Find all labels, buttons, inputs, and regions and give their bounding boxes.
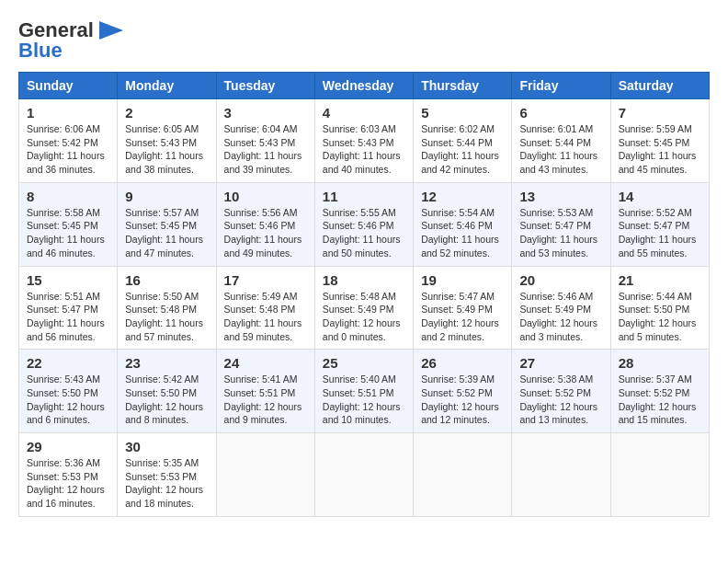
calendar-cell: 19Sunrise: 5:47 AM Sunset: 5:49 PM Dayli… bbox=[414, 266, 512, 350]
calendar-cell: 17Sunrise: 5:49 AM Sunset: 5:48 PM Dayli… bbox=[216, 266, 314, 350]
calendar-cell: 14Sunrise: 5:52 AM Sunset: 5:47 PM Dayli… bbox=[610, 182, 709, 266]
day-number: 24 bbox=[224, 355, 307, 371]
day-info: Sunrise: 5:52 AM Sunset: 5:47 PM Dayligh… bbox=[619, 206, 701, 260]
weekday-header-tuesday: Tuesday bbox=[216, 73, 314, 99]
day-number: 12 bbox=[421, 189, 504, 204]
day-info: Sunrise: 5:48 AM Sunset: 5:49 PM Dayligh… bbox=[323, 290, 405, 344]
day-number: 11 bbox=[323, 189, 405, 204]
day-info: Sunrise: 6:04 AM Sunset: 5:43 PM Dayligh… bbox=[224, 122, 307, 177]
calendar-cell bbox=[314, 433, 413, 517]
day-number: 30 bbox=[125, 439, 208, 454]
day-number: 7 bbox=[619, 105, 701, 121]
calendar-cell: 8Sunrise: 5:58 AM Sunset: 5:45 PM Daylig… bbox=[19, 182, 118, 266]
day-number: 16 bbox=[125, 272, 208, 288]
day-info: Sunrise: 5:41 AM Sunset: 5:51 PM Dayligh… bbox=[224, 373, 307, 427]
day-info: Sunrise: 5:44 AM Sunset: 5:50 PM Dayligh… bbox=[619, 290, 701, 344]
day-number: 26 bbox=[421, 355, 504, 371]
day-info: Sunrise: 5:46 AM Sunset: 5:49 PM Dayligh… bbox=[519, 290, 602, 344]
calendar-cell: 3Sunrise: 6:04 AM Sunset: 5:43 PM Daylig… bbox=[216, 99, 314, 183]
logo-flag-icon bbox=[97, 21, 123, 40]
day-number: 18 bbox=[323, 272, 405, 288]
day-number: 28 bbox=[619, 355, 701, 371]
day-info: Sunrise: 5:56 AM Sunset: 5:46 PM Dayligh… bbox=[224, 206, 307, 260]
day-info: Sunrise: 5:47 AM Sunset: 5:49 PM Dayligh… bbox=[421, 290, 504, 344]
calendar-cell bbox=[216, 433, 314, 517]
day-number: 19 bbox=[421, 272, 504, 288]
day-info: Sunrise: 5:49 AM Sunset: 5:48 PM Dayligh… bbox=[224, 290, 307, 344]
day-number: 17 bbox=[224, 272, 307, 288]
day-info: Sunrise: 5:51 AM Sunset: 5:47 PM Dayligh… bbox=[27, 290, 109, 344]
day-number: 23 bbox=[125, 355, 208, 371]
day-number: 10 bbox=[224, 189, 307, 204]
calendar-cell: 15Sunrise: 5:51 AM Sunset: 5:47 PM Dayli… bbox=[19, 266, 118, 350]
calendar-cell: 5Sunrise: 6:02 AM Sunset: 5:44 PM Daylig… bbox=[414, 99, 512, 183]
calendar-cell: 13Sunrise: 5:53 AM Sunset: 5:47 PM Dayli… bbox=[512, 182, 610, 266]
calendar-cell: 28Sunrise: 5:37 AM Sunset: 5:52 PM Dayli… bbox=[610, 350, 709, 433]
day-number: 29 bbox=[27, 439, 109, 454]
weekday-header-saturday: Saturday bbox=[610, 73, 709, 99]
calendar-cell bbox=[512, 433, 610, 517]
day-info: Sunrise: 5:35 AM Sunset: 5:53 PM Dayligh… bbox=[125, 456, 208, 511]
day-info: Sunrise: 6:02 AM Sunset: 5:44 PM Dayligh… bbox=[421, 122, 504, 177]
logo: General Blue bbox=[18, 18, 123, 63]
calendar-header-row: SundayMondayTuesdayWednesdayThursdayFrid… bbox=[19, 73, 710, 99]
svg-marker-0 bbox=[99, 21, 123, 40]
weekday-header-wednesday: Wednesday bbox=[314, 73, 413, 99]
calendar-cell: 7Sunrise: 5:59 AM Sunset: 5:45 PM Daylig… bbox=[610, 99, 709, 183]
calendar-cell: 9Sunrise: 5:57 AM Sunset: 5:45 PM Daylig… bbox=[118, 182, 216, 266]
day-info: Sunrise: 6:05 AM Sunset: 5:43 PM Dayligh… bbox=[125, 122, 208, 177]
weekday-header-monday: Monday bbox=[118, 73, 216, 99]
weekday-header-sunday: Sunday bbox=[19, 73, 118, 99]
weekday-header-friday: Friday bbox=[512, 73, 610, 99]
calendar-cell: 18Sunrise: 5:48 AM Sunset: 5:49 PM Dayli… bbox=[314, 266, 413, 350]
calendar-week-row: 8Sunrise: 5:58 AM Sunset: 5:45 PM Daylig… bbox=[19, 182, 710, 266]
day-info: Sunrise: 5:54 AM Sunset: 5:46 PM Dayligh… bbox=[421, 206, 504, 260]
weekday-header-thursday: Thursday bbox=[414, 73, 512, 99]
page-header: General Blue bbox=[18, 18, 710, 63]
calendar-cell: 11Sunrise: 5:55 AM Sunset: 5:46 PM Dayli… bbox=[314, 182, 413, 266]
calendar-cell bbox=[414, 433, 512, 517]
calendar-cell: 24Sunrise: 5:41 AM Sunset: 5:51 PM Dayli… bbox=[216, 350, 314, 433]
day-info: Sunrise: 5:43 AM Sunset: 5:50 PM Dayligh… bbox=[27, 373, 109, 427]
day-number: 6 bbox=[519, 105, 602, 121]
calendar-cell: 25Sunrise: 5:40 AM Sunset: 5:51 PM Dayli… bbox=[314, 350, 413, 433]
day-number: 25 bbox=[323, 355, 405, 371]
day-info: Sunrise: 5:57 AM Sunset: 5:45 PM Dayligh… bbox=[125, 206, 208, 260]
day-number: 9 bbox=[125, 189, 208, 204]
day-info: Sunrise: 5:42 AM Sunset: 5:50 PM Dayligh… bbox=[125, 373, 208, 427]
calendar-cell: 16Sunrise: 5:50 AM Sunset: 5:48 PM Dayli… bbox=[118, 266, 216, 350]
calendar-cell: 10Sunrise: 5:56 AM Sunset: 5:46 PM Dayli… bbox=[216, 182, 314, 266]
calendar-cell: 30Sunrise: 5:35 AM Sunset: 5:53 PM Dayli… bbox=[118, 433, 216, 517]
calendar-table: SundayMondayTuesdayWednesdayThursdayFrid… bbox=[18, 72, 710, 517]
day-number: 8 bbox=[27, 189, 109, 204]
calendar-cell: 12Sunrise: 5:54 AM Sunset: 5:46 PM Dayli… bbox=[414, 182, 512, 266]
day-number: 20 bbox=[519, 272, 602, 288]
calendar-cell: 2Sunrise: 6:05 AM Sunset: 5:43 PM Daylig… bbox=[118, 99, 216, 183]
calendar-week-row: 29Sunrise: 5:36 AM Sunset: 5:53 PM Dayli… bbox=[19, 433, 710, 517]
day-info: Sunrise: 5:39 AM Sunset: 5:52 PM Dayligh… bbox=[421, 373, 504, 427]
calendar-cell: 23Sunrise: 5:42 AM Sunset: 5:50 PM Dayli… bbox=[118, 350, 216, 433]
calendar-week-row: 22Sunrise: 5:43 AM Sunset: 5:50 PM Dayli… bbox=[19, 350, 710, 433]
day-info: Sunrise: 5:55 AM Sunset: 5:46 PM Dayligh… bbox=[323, 206, 405, 260]
calendar-week-row: 15Sunrise: 5:51 AM Sunset: 5:47 PM Dayli… bbox=[19, 266, 710, 350]
day-number: 22 bbox=[27, 355, 109, 371]
day-info: Sunrise: 5:38 AM Sunset: 5:52 PM Dayligh… bbox=[519, 373, 602, 427]
calendar-cell bbox=[610, 433, 709, 517]
day-number: 15 bbox=[27, 272, 109, 288]
day-number: 1 bbox=[27, 105, 109, 121]
day-info: Sunrise: 5:50 AM Sunset: 5:48 PM Dayligh… bbox=[125, 290, 208, 344]
day-number: 13 bbox=[519, 189, 602, 204]
day-info: Sunrise: 6:06 AM Sunset: 5:42 PM Dayligh… bbox=[27, 122, 109, 177]
day-info: Sunrise: 6:01 AM Sunset: 5:44 PM Dayligh… bbox=[519, 122, 602, 177]
day-number: 14 bbox=[619, 189, 701, 204]
day-info: Sunrise: 5:59 AM Sunset: 5:45 PM Dayligh… bbox=[619, 122, 701, 177]
calendar-cell: 6Sunrise: 6:01 AM Sunset: 5:44 PM Daylig… bbox=[512, 99, 610, 183]
calendar-week-row: 1Sunrise: 6:06 AM Sunset: 5:42 PM Daylig… bbox=[19, 99, 710, 183]
day-number: 3 bbox=[224, 105, 307, 121]
day-number: 27 bbox=[519, 355, 602, 371]
day-info: Sunrise: 5:37 AM Sunset: 5:52 PM Dayligh… bbox=[619, 373, 701, 427]
calendar-cell: 29Sunrise: 5:36 AM Sunset: 5:53 PM Dayli… bbox=[19, 433, 118, 517]
calendar-cell: 21Sunrise: 5:44 AM Sunset: 5:50 PM Dayli… bbox=[610, 266, 709, 350]
day-number: 21 bbox=[619, 272, 701, 288]
day-number: 2 bbox=[125, 105, 208, 121]
